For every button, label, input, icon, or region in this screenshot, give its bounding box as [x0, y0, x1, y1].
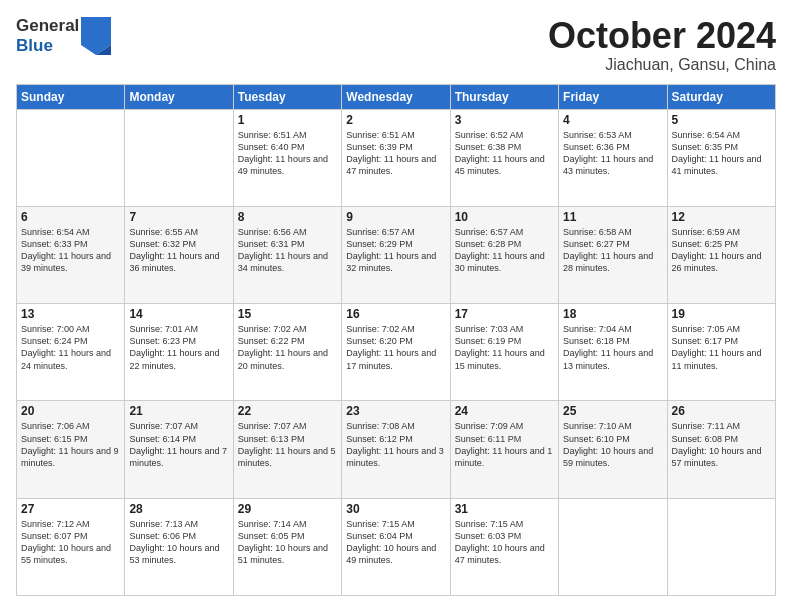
day-info: Sunrise: 7:06 AM Sunset: 6:15 PM Dayligh…: [21, 420, 120, 469]
day-number: 30: [346, 502, 445, 516]
day-info: Sunrise: 7:05 AM Sunset: 6:17 PM Dayligh…: [672, 323, 771, 372]
day-info: Sunrise: 6:52 AM Sunset: 6:38 PM Dayligh…: [455, 129, 554, 178]
logo-icon: [81, 17, 111, 55]
calendar-cell: 20Sunrise: 7:06 AM Sunset: 6:15 PM Dayli…: [17, 401, 125, 498]
day-number: 27: [21, 502, 120, 516]
day-info: Sunrise: 7:02 AM Sunset: 6:20 PM Dayligh…: [346, 323, 445, 372]
day-info: Sunrise: 7:03 AM Sunset: 6:19 PM Dayligh…: [455, 323, 554, 372]
calendar-cell: 10Sunrise: 6:57 AM Sunset: 6:28 PM Dayli…: [450, 206, 558, 303]
weekday-header-row: SundayMondayTuesdayWednesdayThursdayFrid…: [17, 84, 776, 109]
calendar-cell: 22Sunrise: 7:07 AM Sunset: 6:13 PM Dayli…: [233, 401, 341, 498]
day-info: Sunrise: 6:54 AM Sunset: 6:35 PM Dayligh…: [672, 129, 771, 178]
day-number: 28: [129, 502, 228, 516]
day-number: 11: [563, 210, 662, 224]
day-number: 8: [238, 210, 337, 224]
day-info: Sunrise: 6:57 AM Sunset: 6:28 PM Dayligh…: [455, 226, 554, 275]
day-info: Sunrise: 6:57 AM Sunset: 6:29 PM Dayligh…: [346, 226, 445, 275]
day-number: 31: [455, 502, 554, 516]
day-info: Sunrise: 7:04 AM Sunset: 6:18 PM Dayligh…: [563, 323, 662, 372]
calendar-week-row: 27Sunrise: 7:12 AM Sunset: 6:07 PM Dayli…: [17, 498, 776, 595]
day-number: 1: [238, 113, 337, 127]
calendar-cell: 11Sunrise: 6:58 AM Sunset: 6:27 PM Dayli…: [559, 206, 667, 303]
calendar-cell: 26Sunrise: 7:11 AM Sunset: 6:08 PM Dayli…: [667, 401, 775, 498]
calendar-cell: 19Sunrise: 7:05 AM Sunset: 6:17 PM Dayli…: [667, 304, 775, 401]
day-number: 14: [129, 307, 228, 321]
calendar-cell: 17Sunrise: 7:03 AM Sunset: 6:19 PM Dayli…: [450, 304, 558, 401]
header: General Blue October 2024 Jiachuan, Gans…: [16, 16, 776, 74]
month-title: October 2024: [548, 16, 776, 56]
calendar-cell: 8Sunrise: 6:56 AM Sunset: 6:31 PM Daylig…: [233, 206, 341, 303]
day-info: Sunrise: 7:15 AM Sunset: 6:04 PM Dayligh…: [346, 518, 445, 567]
day-info: Sunrise: 7:07 AM Sunset: 6:14 PM Dayligh…: [129, 420, 228, 469]
logo: General Blue: [16, 16, 111, 56]
day-number: 13: [21, 307, 120, 321]
logo-general: General: [16, 16, 79, 36]
day-info: Sunrise: 7:10 AM Sunset: 6:10 PM Dayligh…: [563, 420, 662, 469]
calendar-cell: 23Sunrise: 7:08 AM Sunset: 6:12 PM Dayli…: [342, 401, 450, 498]
calendar-week-row: 20Sunrise: 7:06 AM Sunset: 6:15 PM Dayli…: [17, 401, 776, 498]
weekday-header: Monday: [125, 84, 233, 109]
calendar-cell: 30Sunrise: 7:15 AM Sunset: 6:04 PM Dayli…: [342, 498, 450, 595]
logo-blue: Blue: [16, 36, 79, 56]
calendar-table: SundayMondayTuesdayWednesdayThursdayFrid…: [16, 84, 776, 596]
calendar-cell: 31Sunrise: 7:15 AM Sunset: 6:03 PM Dayli…: [450, 498, 558, 595]
calendar-cell: 27Sunrise: 7:12 AM Sunset: 6:07 PM Dayli…: [17, 498, 125, 595]
day-number: 21: [129, 404, 228, 418]
day-info: Sunrise: 7:14 AM Sunset: 6:05 PM Dayligh…: [238, 518, 337, 567]
day-info: Sunrise: 7:11 AM Sunset: 6:08 PM Dayligh…: [672, 420, 771, 469]
day-number: 17: [455, 307, 554, 321]
calendar-cell: 13Sunrise: 7:00 AM Sunset: 6:24 PM Dayli…: [17, 304, 125, 401]
day-info: Sunrise: 6:59 AM Sunset: 6:25 PM Dayligh…: [672, 226, 771, 275]
day-number: 7: [129, 210, 228, 224]
weekday-header: Friday: [559, 84, 667, 109]
day-number: 9: [346, 210, 445, 224]
calendar-cell: 5Sunrise: 6:54 AM Sunset: 6:35 PM Daylig…: [667, 109, 775, 206]
day-info: Sunrise: 6:58 AM Sunset: 6:27 PM Dayligh…: [563, 226, 662, 275]
calendar-cell: [17, 109, 125, 206]
calendar-week-row: 6Sunrise: 6:54 AM Sunset: 6:33 PM Daylig…: [17, 206, 776, 303]
calendar-cell: 1Sunrise: 6:51 AM Sunset: 6:40 PM Daylig…: [233, 109, 341, 206]
day-number: 12: [672, 210, 771, 224]
day-number: 2: [346, 113, 445, 127]
calendar-cell: 18Sunrise: 7:04 AM Sunset: 6:18 PM Dayli…: [559, 304, 667, 401]
day-number: 5: [672, 113, 771, 127]
calendar-page: General Blue October 2024 Jiachuan, Gans…: [0, 0, 792, 612]
day-info: Sunrise: 7:01 AM Sunset: 6:23 PM Dayligh…: [129, 323, 228, 372]
day-info: Sunrise: 7:12 AM Sunset: 6:07 PM Dayligh…: [21, 518, 120, 567]
calendar-cell: 29Sunrise: 7:14 AM Sunset: 6:05 PM Dayli…: [233, 498, 341, 595]
calendar-cell: 3Sunrise: 6:52 AM Sunset: 6:38 PM Daylig…: [450, 109, 558, 206]
day-info: Sunrise: 6:55 AM Sunset: 6:32 PM Dayligh…: [129, 226, 228, 275]
calendar-cell: [667, 498, 775, 595]
weekday-header: Sunday: [17, 84, 125, 109]
day-info: Sunrise: 7:15 AM Sunset: 6:03 PM Dayligh…: [455, 518, 554, 567]
calendar-cell: 25Sunrise: 7:10 AM Sunset: 6:10 PM Dayli…: [559, 401, 667, 498]
calendar-cell: 9Sunrise: 6:57 AM Sunset: 6:29 PM Daylig…: [342, 206, 450, 303]
day-number: 25: [563, 404, 662, 418]
weekday-header: Saturday: [667, 84, 775, 109]
calendar-cell: 7Sunrise: 6:55 AM Sunset: 6:32 PM Daylig…: [125, 206, 233, 303]
weekday-header: Wednesday: [342, 84, 450, 109]
calendar-cell: 24Sunrise: 7:09 AM Sunset: 6:11 PM Dayli…: [450, 401, 558, 498]
day-number: 20: [21, 404, 120, 418]
location: Jiachuan, Gansu, China: [548, 56, 776, 74]
day-number: 19: [672, 307, 771, 321]
calendar-week-row: 1Sunrise: 6:51 AM Sunset: 6:40 PM Daylig…: [17, 109, 776, 206]
day-number: 22: [238, 404, 337, 418]
day-number: 10: [455, 210, 554, 224]
day-number: 4: [563, 113, 662, 127]
day-number: 6: [21, 210, 120, 224]
day-info: Sunrise: 7:00 AM Sunset: 6:24 PM Dayligh…: [21, 323, 120, 372]
calendar-cell: 4Sunrise: 6:53 AM Sunset: 6:36 PM Daylig…: [559, 109, 667, 206]
day-info: Sunrise: 6:51 AM Sunset: 6:39 PM Dayligh…: [346, 129, 445, 178]
calendar-cell: 15Sunrise: 7:02 AM Sunset: 6:22 PM Dayli…: [233, 304, 341, 401]
calendar-cell: 2Sunrise: 6:51 AM Sunset: 6:39 PM Daylig…: [342, 109, 450, 206]
weekday-header: Tuesday: [233, 84, 341, 109]
calendar-cell: 28Sunrise: 7:13 AM Sunset: 6:06 PM Dayli…: [125, 498, 233, 595]
calendar-cell: 16Sunrise: 7:02 AM Sunset: 6:20 PM Dayli…: [342, 304, 450, 401]
day-number: 24: [455, 404, 554, 418]
day-info: Sunrise: 6:56 AM Sunset: 6:31 PM Dayligh…: [238, 226, 337, 275]
day-info: Sunrise: 7:08 AM Sunset: 6:12 PM Dayligh…: [346, 420, 445, 469]
calendar-cell: 21Sunrise: 7:07 AM Sunset: 6:14 PM Dayli…: [125, 401, 233, 498]
calendar-cell: [125, 109, 233, 206]
day-number: 15: [238, 307, 337, 321]
